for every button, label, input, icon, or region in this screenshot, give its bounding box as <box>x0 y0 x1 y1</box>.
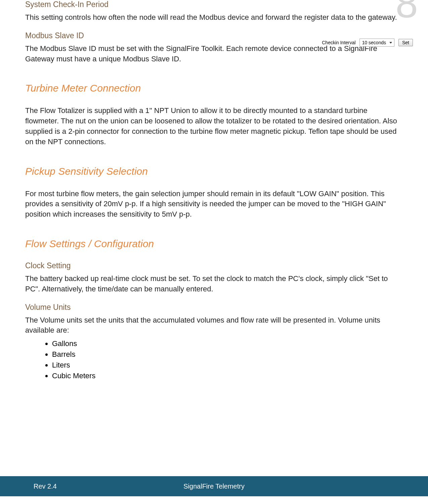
set-button[interactable]: Set <box>398 39 413 46</box>
heading-volume-units: Volume Units <box>25 303 403 312</box>
footer-brand: SignalFire Telemetry <box>184 483 245 490</box>
footer-spacer <box>0 496 428 504</box>
heading-clock-setting: Clock Setting <box>25 261 403 270</box>
list-item: Liters <box>52 360 403 371</box>
text-modbus-slave-id: The Modbus Slave ID must be set with the… <box>25 44 403 64</box>
list-item: Barrels <box>52 349 403 360</box>
list-item: Cubic Meters <box>52 371 403 381</box>
heading-checkin-period: System Check-In Period <box>25 0 403 9</box>
heading-pickup-sensitivity: Pickup Sensitivity Selection <box>25 166 403 177</box>
checkin-interval-value: 10 seconds <box>362 40 386 45</box>
checkin-interval-label: Checkin Interval <box>322 40 355 45</box>
checkin-interval-widget: Checkin Interval 10 seconds Set <box>322 39 413 47</box>
volume-units-list: Gallons Barrels Liters Cubic Meters <box>52 338 403 381</box>
text-volume-units: The Volume units set the units that the … <box>25 315 403 336</box>
text-checkin-period: This setting controls how often the node… <box>25 12 403 23</box>
list-item: Gallons <box>52 338 403 349</box>
footer-rev: Rev 2.4 <box>0 483 57 490</box>
heading-flow-settings: Flow Settings / Configuration <box>25 238 403 249</box>
chevron-down-icon <box>389 42 392 44</box>
text-clock-setting: The battery backed up real-time clock mu… <box>25 274 403 294</box>
page-number: 8 <box>395 0 418 23</box>
page-footer: Rev 2.4 SignalFire Telemetry <box>0 476 428 496</box>
text-turbine-meter: The Flow Totalizer is supplied with a 1"… <box>25 106 403 147</box>
heading-turbine-meter: Turbine Meter Connection <box>25 82 403 94</box>
text-pickup-sensitivity: For most turbine flow meters, the gain s… <box>25 189 403 220</box>
checkin-interval-select[interactable]: 10 seconds <box>360 39 394 47</box>
